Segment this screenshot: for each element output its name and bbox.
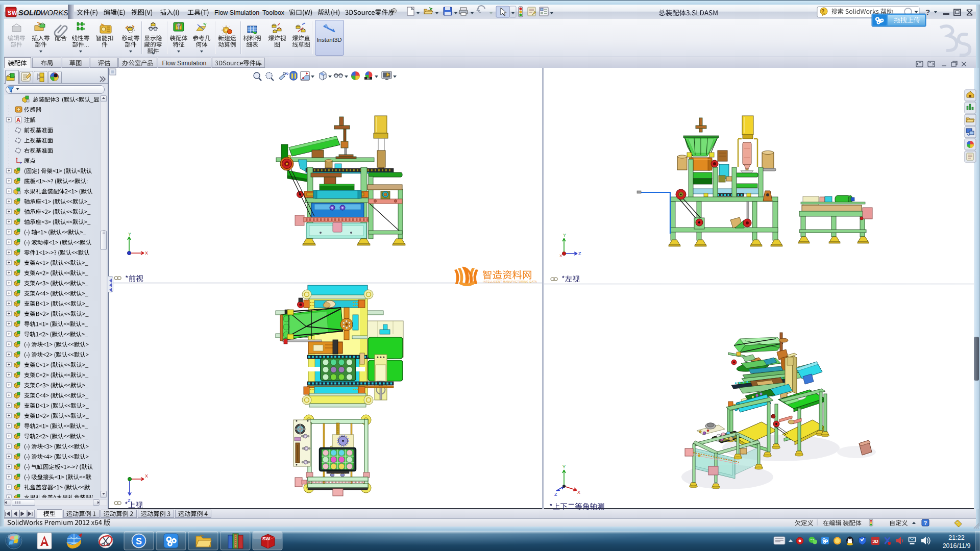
svg-text:W: W [12,10,17,16]
svg-text:2016/11/9: 2016/11/9 [943,542,971,549]
svg-text:3D: 3D [872,539,878,544]
svg-text:Y: Y [563,233,566,238]
svg-text:S: S [136,536,142,546]
svg-text:Y: Y [128,232,131,237]
svg-text:A: A [16,117,20,123]
svg-text:Y: Y [562,464,566,469]
svg-text:X: X [145,473,148,479]
svg-text:WORKS: WORKS [40,9,68,17]
svg-text:Flow Simulation: Flow Simulation [214,9,259,16]
svg-text:Z: Z [578,251,581,256]
svg-text:SW: SW [262,536,270,541]
svg-text:21:22: 21:22 [948,534,964,541]
svg-text:?: ? [924,520,927,526]
svg-text:Z: Z [554,492,557,497]
svg-text:S: S [8,10,11,16]
svg-text:Instant3D: Instant3D [316,37,341,43]
svg-text:Toolbox: Toolbox [262,9,285,16]
svg-text:INTELLIGENT MANUFACTURING DATA: INTELLIGENT MANUFACTURING DATA [483,280,537,283]
svg-text:?: ? [821,9,824,14]
svg-text:X: X [145,251,148,256]
svg-text:SOLID: SOLID [18,9,41,17]
svg-text:X: X [559,254,562,258]
svg-text:Flow Simulation: Flow Simulation [162,60,207,67]
svg-text:X: X [577,490,580,495]
svg-text:Z: Z [128,498,131,503]
